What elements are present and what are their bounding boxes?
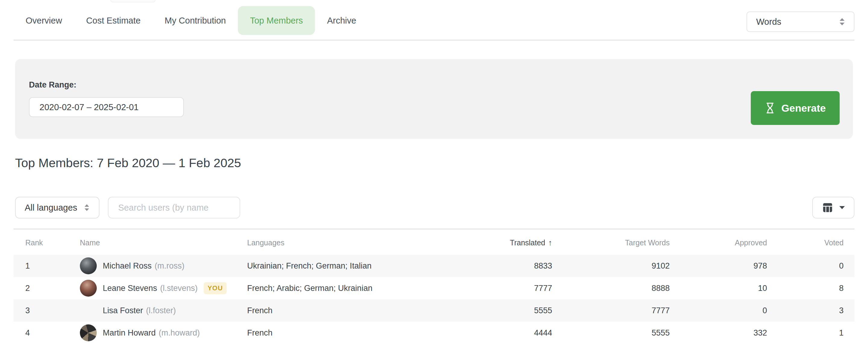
translated-value: 5555 (437, 299, 552, 322)
tab-my-contribution[interactable]: My Contribution (153, 6, 238, 35)
column-header-name[interactable]: Name (80, 229, 247, 255)
tab-top-members[interactable]: Top Members (238, 6, 315, 35)
avatar (80, 257, 97, 274)
table-row: 3 Lisa Foster (l.foster) French 5555 777… (13, 299, 855, 322)
caret-down-icon (839, 205, 845, 210)
voted-value: 8 (767, 277, 855, 299)
user-name[interactable]: Michael Ross (103, 261, 152, 271)
rank-value: 4 (13, 322, 80, 344)
target-words-value: 5555 (552, 322, 670, 344)
translated-value: 7777 (437, 277, 552, 299)
top-members-table: Rank Name Languages Translated↑ Target W… (13, 228, 855, 344)
date-range-input[interactable]: 2020-02-07 – 2025-02-01 (29, 97, 184, 117)
approved-value: 332 (670, 322, 767, 344)
language-filter-select[interactable]: All languages (15, 197, 99, 219)
language-filter-value: All languages (25, 203, 77, 213)
user-login: (l.stevens) (160, 284, 198, 293)
voted-value: 0 (767, 255, 855, 277)
languages-value: French (247, 299, 437, 322)
approved-value: 978 (670, 255, 767, 277)
user-login: (l.foster) (146, 306, 176, 315)
user-login: (m.ross) (155, 261, 184, 271)
rank-value: 3 (13, 299, 80, 322)
user-name[interactable]: Martin Howard (103, 328, 156, 338)
translated-value: 4444 (437, 322, 552, 344)
target-words-value: 9102 (552, 255, 670, 277)
voted-value: 3 (767, 299, 855, 322)
date-range-label: Date Range: (29, 80, 840, 90)
unit-select[interactable]: Words (747, 11, 855, 32)
you-badge: YOU (204, 282, 227, 294)
avatar (80, 280, 97, 297)
target-words-value: 7777 (552, 299, 670, 322)
unit-select-value: Words (756, 17, 781, 27)
table-header-row: Rank Name Languages Translated↑ Target W… (13, 229, 855, 255)
translated-value: 8833 (437, 255, 552, 277)
rank-value: 1 (13, 255, 80, 277)
target-words-value: 8888 (552, 277, 670, 299)
date-range-value: 2020-02-07 – 2025-02-01 (39, 102, 138, 112)
approved-value: 10 (670, 277, 767, 299)
table-row: 1 Michael Ross (m.ross) Ukrainian; Frenc… (13, 255, 855, 277)
filters-row: All languages (15, 197, 855, 219)
columns-menu-button[interactable] (812, 197, 855, 219)
updown-caret-icon (83, 203, 90, 212)
rank-value: 2 (13, 277, 80, 299)
column-header-translated-label: Translated (510, 238, 545, 247)
table-row: 2 Leane Stevens (l.stevens) YOU French; … (13, 277, 855, 299)
column-header-voted[interactable]: Voted (767, 229, 855, 255)
voted-value: 1 (767, 322, 855, 344)
page-title: Top Members: 7 Feb 2020 — 1 Feb 2025 (15, 156, 853, 170)
column-header-translated[interactable]: Translated↑ (437, 229, 552, 255)
table-row: 4 Martin Howard (m.howard) French 4444 5… (13, 322, 855, 344)
table-columns-icon (821, 201, 834, 214)
column-header-languages[interactable]: Languages (247, 229, 437, 255)
user-login: (m.howard) (159, 328, 200, 338)
tabbar-divider (13, 39, 855, 41)
avatar (80, 324, 97, 341)
approved-value: 0 (670, 299, 767, 322)
report-settings-panel: Date Range: 2020-02-07 – 2025-02-01 Gene… (15, 59, 853, 139)
languages-value: French; Arabic; German; Ukrainian (247, 277, 437, 299)
report-tabbar: Overview Cost Estimate My Contribution T… (0, 0, 868, 35)
column-header-target-words[interactable]: Target Words (552, 229, 670, 255)
languages-value: Ukrainian; French; German; Italian (247, 255, 437, 277)
sort-ascending-icon: ↑ (548, 238, 552, 247)
tab-cost-estimate[interactable]: Cost Estimate (74, 6, 153, 35)
updown-caret-icon (838, 17, 846, 26)
generate-button[interactable]: Generate (751, 91, 840, 125)
search-users-input[interactable] (108, 197, 240, 219)
hourglass-icon (765, 102, 775, 114)
column-header-rank[interactable]: Rank (13, 229, 80, 255)
column-header-approved[interactable]: Approved (670, 229, 767, 255)
tab-archive[interactable]: Archive (315, 6, 368, 35)
avatar (80, 302, 97, 319)
user-name[interactable]: Leane Stevens (103, 284, 157, 293)
user-name[interactable]: Lisa Foster (103, 306, 143, 315)
tab-overview[interactable]: Overview (13, 6, 74, 35)
languages-value: French (247, 322, 437, 344)
generate-button-label: Generate (781, 102, 826, 114)
